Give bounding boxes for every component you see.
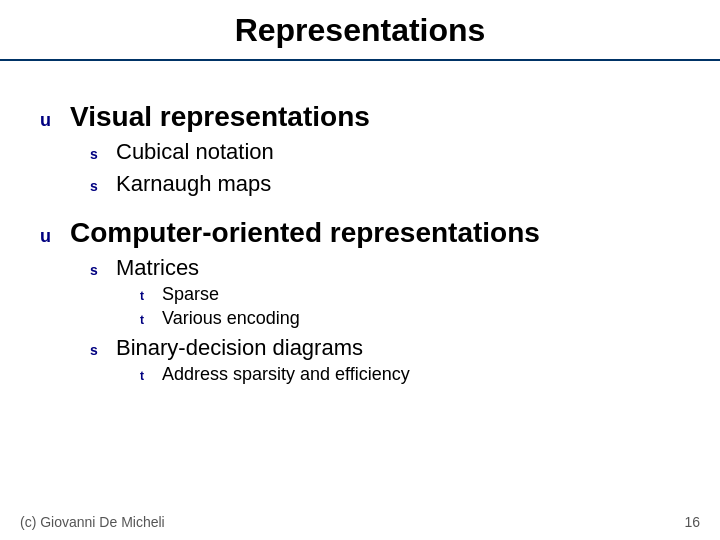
level2-item-1-1: sBinary-decision diagrams	[90, 335, 680, 361]
footer-left: (c) Giovanni De Micheli	[20, 514, 165, 530]
level2-text-0-0: Cubical notation	[116, 139, 274, 165]
level2-item-0-0: sCubical notation	[90, 139, 680, 165]
title-area: Representations	[0, 0, 720, 61]
level3-text-1-0-0: Sparse	[162, 284, 219, 305]
level2-text-1-0: Matrices	[116, 255, 199, 281]
level1-text-0: Visual representations	[70, 101, 370, 133]
level1-bullet-1: u	[40, 226, 60, 247]
level1-item-1: uComputer-oriented representations	[40, 217, 680, 249]
level3-text-1-1-0: Address sparsity and efficiency	[162, 364, 410, 385]
footer-right: 16	[684, 514, 700, 530]
level2-bullet-1-0: s	[90, 262, 106, 278]
footer: (c) Giovanni De Micheli 16	[0, 514, 720, 530]
slide-container: Representations uVisual representationss…	[0, 0, 720, 540]
level3-bullet-1-0-0: t	[140, 289, 154, 303]
level2-text-0-1: Karnaugh maps	[116, 171, 271, 197]
level3-bullet-1-0-1: t	[140, 313, 154, 327]
slide-title: Representations	[235, 12, 486, 48]
level3-item-1-1-0: tAddress sparsity and efficiency	[140, 364, 680, 385]
level3-text-1-0-1: Various encoding	[162, 308, 300, 329]
level2-text-1-1: Binary-decision diagrams	[116, 335, 363, 361]
content-area: uVisual representationssCubical notation…	[0, 61, 720, 395]
level1-bullet-0: u	[40, 110, 60, 131]
level2-item-0-1: sKarnaugh maps	[90, 171, 680, 197]
level2-bullet-0-1: s	[90, 178, 106, 194]
level2-bullet-1-1: s	[90, 342, 106, 358]
level2-bullet-0-0: s	[90, 146, 106, 162]
level3-bullet-1-1-0: t	[140, 369, 154, 383]
level1-text-1: Computer-oriented representations	[70, 217, 540, 249]
level3-item-1-0-0: tSparse	[140, 284, 680, 305]
level1-item-0: uVisual representations	[40, 101, 680, 133]
level2-item-1-0: sMatrices	[90, 255, 680, 281]
level3-item-1-0-1: tVarious encoding	[140, 308, 680, 329]
